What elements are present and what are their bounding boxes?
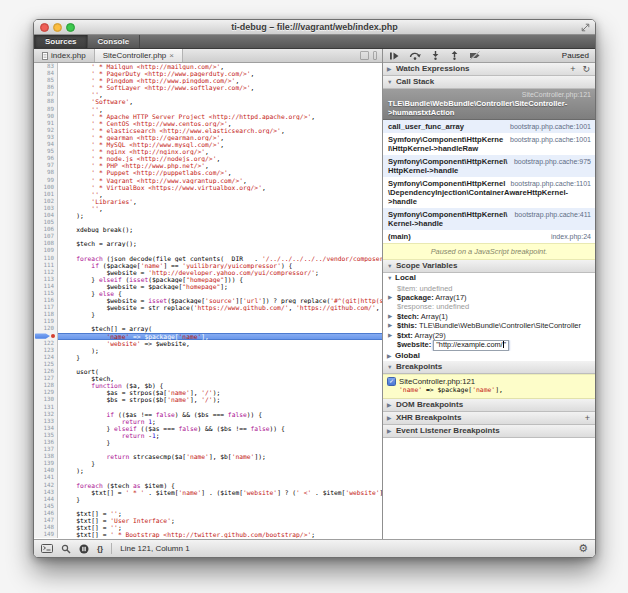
gutter-line-number[interactable]: 94 [34, 141, 58, 148]
gutter-line-number[interactable]: 100 [34, 184, 58, 191]
tab-overflow-icon[interactable] [373, 51, 377, 60]
gutter-line-number[interactable]: 132 [34, 411, 58, 418]
gutter-line-number[interactable]: 114 [34, 283, 58, 290]
code-line[interactable]: 87 '', [34, 91, 382, 98]
close-tab-icon[interactable]: × [169, 52, 174, 60]
code-line[interactable]: 113 } elseif (isset($package["homepage"]… [34, 276, 382, 283]
gutter-line-number[interactable]: 104 [34, 212, 58, 219]
code-line[interactable]: 103 '', [34, 205, 382, 212]
resize-icon[interactable] [581, 23, 590, 32]
gutter-line-number[interactable] [34, 333, 58, 340]
gutter-line-number[interactable]: 120 [34, 325, 58, 332]
gutter-line-number[interactable]: 135 [34, 432, 58, 439]
code-line[interactable]: 114 $website = $package["homepage"]; [34, 283, 382, 290]
call-stack-frame[interactable]: bootstrap.php.cache:975Symfony\Component… [383, 155, 595, 177]
variable-value-input[interactable]: "http://example.com/" [433, 340, 509, 351]
gutter-line-number[interactable]: 134 [34, 425, 58, 432]
xhr-breakpoints-header[interactable]: ▶ XHR Breakpoints + [383, 412, 595, 425]
title-bar[interactable]: ti-debug – file:///vagrant/web/index.php [34, 20, 595, 35]
code-line[interactable]: 137 [34, 446, 382, 453]
tab-overflow-icon[interactable] [360, 51, 369, 60]
code-line[interactable]: 110 foreach (json_decode(file_get_conten… [34, 255, 382, 262]
call-stack-header[interactable]: ▼ Call Stack [383, 76, 595, 89]
gutter-line-number[interactable]: 119 [34, 318, 58, 325]
watch-expressions-header[interactable]: ▶ Watch Expressions + ↻ [383, 63, 595, 76]
gutter-line-number[interactable]: 140 [34, 467, 58, 474]
breakpoint-item[interactable]: ✓SiteController.php:121'name' => $packag… [383, 374, 595, 399]
gutter-line-number[interactable]: 133 [34, 418, 58, 425]
gutter-line-number[interactable]: 99 [34, 177, 58, 184]
code-line[interactable]: 123 ); [34, 347, 382, 354]
gutter-line-number[interactable]: 130 [34, 396, 58, 403]
scope-variable[interactable]: $response: undefined [383, 302, 595, 311]
code-line[interactable]: 125 [34, 361, 382, 368]
code-line[interactable]: 83 ' * Mailgun <http://mailgun.com/>', [34, 63, 382, 70]
code-line[interactable]: 140 ); [34, 467, 382, 474]
code-line[interactable]: 104 ); [34, 212, 382, 219]
resume-button[interactable] [389, 52, 399, 60]
scope-variable[interactable]: ▶$txt: Array(29) [383, 331, 595, 340]
gutter-line-number[interactable]: 85 [34, 77, 58, 84]
zoom-window-icon[interactable] [66, 23, 75, 32]
gutter-line-number[interactable]: 125 [34, 361, 58, 368]
scope-variable[interactable]: ▶$tech: Array(1) [383, 312, 595, 321]
code-line[interactable]: 134 } elseif (($as === false) && ($bs !=… [34, 425, 382, 432]
gutter-line-number[interactable]: 96 [34, 155, 58, 162]
code-line[interactable]: 101 '', [34, 191, 382, 198]
gutter-line-number[interactable]: 124 [34, 354, 58, 361]
gutter-line-number[interactable]: 131 [34, 404, 58, 411]
breakpoints-header[interactable]: ▼ Breakpoints [383, 361, 595, 374]
gutter-line-number[interactable]: 107 [34, 233, 58, 240]
close-window-icon[interactable] [40, 23, 49, 32]
gutter-line-number[interactable]: 147 [34, 517, 58, 524]
gutter-line-number[interactable]: 113 [34, 276, 58, 283]
gutter-line-number[interactable]: 101 [34, 191, 58, 198]
code-line[interactable]: 141 [34, 474, 382, 481]
gutter-line-number[interactable]: 149 [34, 531, 58, 538]
refresh-watch-icon[interactable]: ↻ [582, 63, 590, 75]
code-line[interactable]: 99 ' * Vagrant <http://www.vagrantup.com… [34, 177, 382, 184]
toggle-breakpoints-button[interactable] [469, 51, 481, 60]
code-line[interactable]: 89 '', [34, 106, 382, 113]
code-line[interactable]: 93 ' * gearman <http://gearman.org/>', [34, 134, 382, 141]
code-line[interactable]: 'name' => $package['name'], [34, 333, 382, 340]
file-tab-index-php[interactable]: index.php [34, 49, 95, 62]
chevron-right-icon[interactable]: ▶ [388, 331, 392, 340]
step-into-button[interactable] [431, 51, 440, 60]
code-line[interactable]: 94 ' * MySQL <http://www.mysql.com/>', [34, 141, 382, 148]
scope-group-local[interactable]: ▼ Local [383, 273, 595, 284]
gutter-line-number[interactable]: 106 [34, 226, 58, 233]
breakpoint-checkbox[interactable]: ✓ [387, 377, 396, 386]
console-toggle-icon[interactable] [41, 544, 53, 553]
chevron-right-icon[interactable]: ▶ [388, 321, 392, 330]
gutter-line-number[interactable]: 126 [34, 368, 58, 375]
code-line[interactable]: 116 $website = isset($package['source'][… [34, 297, 382, 304]
call-stack-frame[interactable]: SiteController.php:121TLE\Bundle\WebBund… [383, 89, 595, 120]
gutter-line-number[interactable]: 84 [34, 70, 58, 77]
code-line[interactable]: 124 } [34, 354, 382, 361]
code-line[interactable]: 86 ' * SoftLayer <http://www.softlayer.c… [34, 84, 382, 91]
gutter-line-number[interactable]: 111 [34, 262, 58, 269]
code-line[interactable]: 129 $as = strpos($a['name'], '/'); [34, 389, 382, 396]
gutter-line-number[interactable]: 127 [34, 375, 58, 382]
gutter-line-number[interactable]: 89 [34, 106, 58, 113]
gutter-line-number[interactable]: 92 [34, 127, 58, 134]
code-line[interactable]: 98 ' * Puppet <http://puppetlabs.com/>', [34, 169, 382, 176]
gutter-line-number[interactable]: 117 [34, 304, 58, 311]
call-stack-frame[interactable]: bootstrap.php.cache:1101Symfony\Componen… [383, 177, 595, 208]
code-line[interactable]: 139 } [34, 460, 382, 467]
gutter-line-number[interactable]: 109 [34, 247, 58, 254]
add-xhr-breakpoint-icon[interactable]: + [585, 412, 590, 424]
code-line[interactable]: 100 ' * VirtualBox <https://www.virtualb… [34, 184, 382, 191]
file-tab-sitecontroller-php[interactable]: SiteController.php × [95, 49, 183, 62]
gutter-line-number[interactable]: 129 [34, 389, 58, 396]
code-line[interactable]: 135 return -1; [34, 432, 382, 439]
code-line[interactable]: 147 $txt[] = 'User Interface'; [34, 517, 382, 524]
gear-icon[interactable]: ⚙ [578, 543, 588, 554]
code-line[interactable]: 85 ' * Pingdom <http://www.pingdom.com/>… [34, 77, 382, 84]
gutter-line-number[interactable]: 118 [34, 311, 58, 318]
minimize-window-icon[interactable] [53, 23, 62, 32]
code-line[interactable]: 88 'Software', [34, 98, 382, 105]
chevron-right-icon[interactable]: ▶ [388, 293, 392, 302]
code-line[interactable]: 142 foreach ($tech as $item) { [34, 482, 382, 489]
